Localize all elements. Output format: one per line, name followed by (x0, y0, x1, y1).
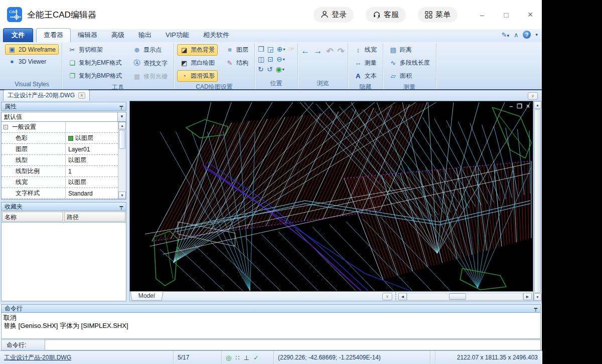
dual-view-icon[interactable]: ◫ (258, 55, 264, 63)
properties-pin-icon[interactable]: ┯ (119, 103, 123, 110)
find-text-button[interactable]: Ⓐ查找文字 (130, 57, 171, 69)
preset-select[interactable]: 默认值 ▼ (1, 112, 126, 122)
document-close-icon[interactable]: × (78, 92, 85, 99)
property-row-linetype-scale[interactable]: 线型比例 1 (2, 166, 118, 177)
ribbon-group-visual-styles: ▣2D Wireframe ●3D Viewer Visual Styles (2, 43, 62, 89)
window-close-icon[interactable]: × (526, 10, 535, 20)
text-toggle-button[interactable]: A文本 (351, 70, 380, 82)
favorites-list[interactable] (1, 223, 126, 301)
tab-viewer[interactable]: 查看器 (36, 28, 71, 42)
tab-editor[interactable]: 编辑器 (71, 29, 104, 42)
tabstrip-chevron-icon[interactable]: ∨ (528, 92, 538, 100)
lineweight-button[interactable]: ↕线宽 (351, 44, 380, 56)
grid-icon[interactable]: ∷ (235, 354, 239, 361)
forward-icon[interactable]: → (314, 46, 322, 56)
favorites-col-path[interactable]: 路径 (64, 212, 125, 222)
zoom-in-icon[interactable]: ⊕▾ (277, 45, 285, 53)
help-icon[interactable]: ? (523, 31, 531, 39)
ortho-icon[interactable]: ⊥ (244, 354, 249, 361)
copy-emf-button[interactable]: ❏复制为EMF格式 (65, 57, 125, 69)
favorites-col-name[interactable]: 名称 (2, 212, 63, 222)
snap-icon[interactable]: ◎ (226, 354, 231, 361)
show-points-button[interactable]: ⊕显示点 (130, 44, 171, 56)
vertical-scrollbar[interactable]: ▲ ▼ (533, 101, 542, 301)
black-background-button[interactable]: ◪黑色背景 (177, 44, 218, 56)
3d-viewer-button[interactable]: ●3D Viewer (5, 56, 59, 67)
model-tab[interactable]: Model (130, 292, 163, 301)
collapse-ribbon-icon[interactable]: ∧ (514, 31, 519, 39)
hscroll-track[interactable] (407, 293, 523, 300)
smooth-arc-icon: ◔ (180, 72, 188, 80)
property-row-linetype[interactable]: 线型 以图层 (2, 155, 118, 166)
tab-vip[interactable]: VIP功能 (159, 29, 196, 42)
horizontal-scrollbar[interactable]: ◀ ▶ (395, 292, 532, 300)
clip-frame-button[interactable]: ✂剪切框架 (65, 44, 125, 56)
command-input[interactable] (45, 339, 541, 350)
2d-wireframe-button[interactable]: ▣2D Wireframe (5, 44, 59, 55)
collapse-icon[interactable]: − (4, 125, 8, 129)
zoom-out-icon[interactable]: ⊖▾ (276, 55, 285, 63)
clip-frame-label: 剪切框架 (79, 46, 103, 54)
property-row-textstyle[interactable]: 文字样式 Standard (2, 188, 118, 199)
vscroll-down-icon[interactable]: ▼ (534, 293, 541, 301)
vscroll-up-icon[interactable]: ▲ (534, 101, 541, 109)
distance-button[interactable]: ▤距离 (386, 44, 433, 56)
login-button[interactable]: 登录 (314, 7, 354, 23)
refresh-view-icon[interactable]: ↺ (267, 65, 273, 73)
scroll-down-icon[interactable]: ▼ (118, 192, 126, 199)
document-tab[interactable]: 工业设计产品-20期.DWG × (3, 90, 90, 101)
black-background-label: 黑色背景 (191, 46, 215, 54)
service-button[interactable]: 客服 (366, 7, 406, 23)
scroll-thumb[interactable] (119, 130, 125, 149)
zoom-extents-icon[interactable]: ⊡ (267, 55, 273, 63)
hscroll-right-icon[interactable]: ▶ (523, 293, 532, 300)
redo-icon[interactable]: ↷ (337, 46, 344, 57)
hscroll-thumb[interactable] (449, 293, 466, 300)
undo-icon[interactable]: ↶ (326, 46, 333, 57)
help-dropdown-icon[interactable]: ▾ (535, 32, 538, 37)
hscroll-left-icon[interactable]: ◀ (398, 293, 407, 300)
property-row-lineweight[interactable]: 线宽 以图层 (2, 177, 118, 188)
cad-viewport[interactable]: – ❐ × (129, 101, 533, 291)
menu-button[interactable]: 菜单 (418, 7, 458, 23)
bw-drawing-button[interactable]: ◩黑白绘图 (177, 57, 218, 69)
render-mode-icon[interactable]: ◉▾ (276, 65, 284, 73)
draw-check-icon[interactable]: ✓ (253, 354, 259, 361)
preset-dropdown-icon[interactable]: ▼ (117, 112, 126, 121)
tab-file[interactable]: 文件 (3, 28, 33, 42)
tab-related[interactable]: 相关软件 (196, 29, 236, 42)
favorites-pin-icon[interactable]: ┯ (119, 204, 123, 210)
copy-bmp-button[interactable]: ❐复制为BMP格式 (65, 70, 125, 82)
doc-restore-icon[interactable]: ❐ (517, 103, 522, 110)
measure-toggle-button[interactable]: ↔测量 (351, 57, 380, 69)
vscroll-thumb[interactable] (534, 109, 541, 293)
polyline-length-button[interactable]: ∿多段线长度 (386, 57, 433, 69)
property-group-row[interactable]: −一般设置 (2, 122, 118, 133)
window-maximize-icon[interactable]: □ (502, 11, 511, 19)
doc-close-icon[interactable]: × (526, 103, 530, 110)
tab-advanced[interactable]: 高级 (104, 29, 131, 42)
zoom-window-icon[interactable]: ◲ (267, 45, 274, 53)
properties-scrollbar[interactable]: ▲ ▼ (118, 122, 126, 199)
layout-chevron-icon[interactable]: ∨ (382, 293, 392, 300)
back-icon[interactable]: ← (301, 46, 310, 56)
rotate-view-icon[interactable]: ↻ (258, 65, 264, 73)
structure-button[interactable]: ✎结构 (223, 57, 251, 69)
command-pin-icon[interactable]: ┯ (534, 305, 537, 312)
property-row-layer[interactable]: 图层 Layer01 (2, 144, 118, 155)
window-minimize-icon[interactable]: – (478, 11, 487, 19)
smooth-arc-button[interactable]: ◔圆滑弧形 (177, 70, 218, 82)
trim-raster-button[interactable]: ▦修剪光栅 (130, 71, 171, 82)
doc-minimize-icon[interactable]: – (510, 103, 513, 110)
area-button[interactable]: ▱面积 (386, 70, 433, 82)
layers-button[interactable]: ≡图层 (223, 44, 251, 56)
property-row-color[interactable]: 色彩 以图层 (2, 133, 118, 144)
tab-output[interactable]: 输出 (131, 29, 159, 42)
cad-drawing[interactable] (130, 101, 533, 291)
command-history[interactable]: 取消 替换 [Geniso.SHX] 字体为 [SIMPLEX.SHX] (1, 313, 541, 339)
pan-icon[interactable]: ☞ (288, 45, 295, 53)
quick-edit-icon[interactable]: ✎▾ (502, 31, 509, 39)
scroll-up-icon[interactable]: ▲ (118, 122, 126, 129)
copy-view-icon[interactable]: ❒ (258, 45, 264, 53)
status-filename[interactable]: 工业设计产品-20期.DWG (0, 351, 174, 364)
